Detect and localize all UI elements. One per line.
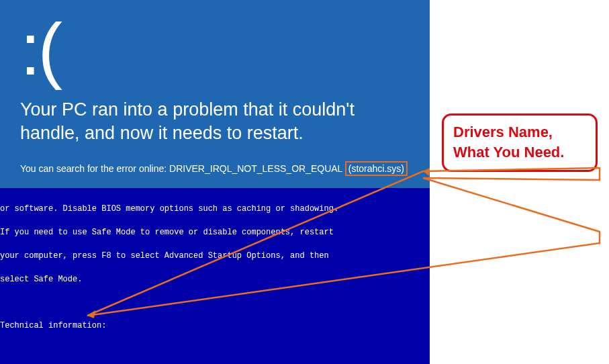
sad-face-icon: :(	[20, 12, 410, 86]
bsod-headline: Your PC ran into a problem that it could…	[20, 98, 410, 145]
classic-line: or software. Disable BIOS memory options…	[0, 203, 430, 215]
blank-line	[0, 298, 430, 309]
modern-bsod-panel: :( Your PC ran into a problem that it co…	[0, 0, 430, 188]
bsod-error-prefix: You can search for the error online: DRI…	[20, 163, 345, 174]
callout-line2: What You Need.	[453, 142, 586, 163]
driver-name-highlight-modern: (storahci.sys)	[345, 161, 408, 176]
classic-bsod-panel: or software. Disable BIOS memory options…	[0, 188, 430, 364]
classic-line: your computer, press F8 to select Advanc…	[0, 251, 430, 262]
bsod-error-line: You can search for the error online: DRI…	[20, 161, 410, 176]
callout-line1: Drivers Name,	[453, 122, 586, 142]
annotation-callout: Drivers Name, What You Need.	[442, 113, 598, 172]
classic-line: If you need to use Safe Mode to remove o…	[0, 227, 430, 238]
classic-line: select Safe Mode.	[0, 274, 430, 285]
tech-info-header: Technical information:	[0, 320, 430, 332]
blank-line	[0, 344, 430, 355]
